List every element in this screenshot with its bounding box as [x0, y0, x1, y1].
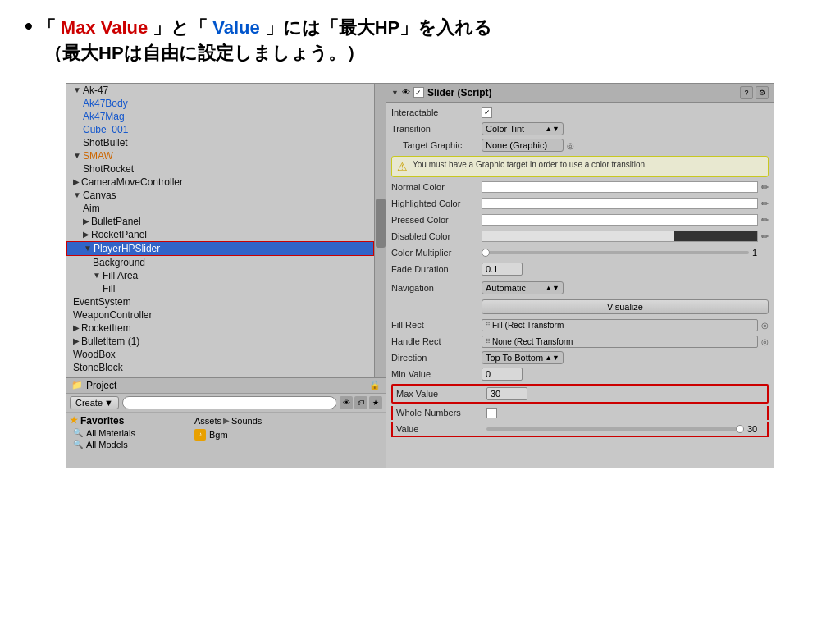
- hierarchy-tree: ▼ Ak-47 Ak47Body Ak47Mag Cube_001 ShotBu…: [66, 84, 374, 377]
- prop-handle-rect: Handle Rect ⠿ None (Rect Transform ◎: [391, 335, 769, 349]
- direction-dropdown[interactable]: Top To Bottom ▲▼: [482, 351, 564, 364]
- tree-item-weaponcontroller[interactable]: WeaponController: [66, 308, 374, 322]
- assets-content: ♪ Bgm: [189, 427, 386, 442]
- visibility-icon[interactable]: 👁: [402, 88, 410, 97]
- rect-dots-icon: ⠿: [486, 322, 491, 329]
- tree-item-fill[interactable]: Fill: [66, 282, 374, 295]
- slider-thumb[interactable]: [482, 249, 490, 257]
- highlighted-color-swatch[interactable]: [482, 198, 758, 209]
- expand-arrow: ▶: [83, 230, 89, 239]
- transition-dropdown[interactable]: Color Tint ▲▼: [482, 122, 564, 135]
- transition-label: Transition: [391, 124, 482, 134]
- fade-duration-label: Fade Duration: [391, 264, 482, 274]
- pencil-icon[interactable]: ✏: [761, 199, 769, 209]
- toolbar-icons: 👁 🏷 ★: [340, 396, 382, 409]
- handle-rect-circle-icon[interactable]: ◎: [761, 337, 769, 346]
- warning-text: You must have a Graphic target in order …: [413, 160, 647, 169]
- tree-item-playerhpslider[interactable]: ▼ PlayerHPSlider: [66, 241, 374, 256]
- fav-item-all-materials[interactable]: 🔍 All Materials: [66, 427, 189, 439]
- slider-track[interactable]: [482, 251, 749, 254]
- tree-item-rocketitem[interactable]: ▶ RocketItem: [66, 322, 374, 335]
- tree-item-eventsystem[interactable]: EventSystem: [66, 295, 374, 308]
- tree-item-ak47mag[interactable]: Ak47Mag: [66, 110, 374, 123]
- whole-numbers-value: [486, 408, 764, 418]
- hierarchy-scrollbar[interactable]: [374, 84, 386, 377]
- prop-fade-duration: Fade Duration 0.1: [391, 262, 769, 276]
- expand-arrow: ▼: [84, 244, 92, 253]
- project-header: 📁 Project 🔒: [66, 378, 386, 394]
- star-filter-icon[interactable]: ★: [369, 396, 382, 409]
- handle-rect-field[interactable]: ⠿ None (Rect Transform: [482, 336, 758, 348]
- tree-item-canvas[interactable]: ▼ Canvas: [66, 189, 374, 202]
- expand-arrow: ▼: [73, 151, 81, 160]
- normal-color-swatch[interactable]: [482, 181, 758, 193]
- item-label: RocketItem: [81, 322, 131, 334]
- prop-direction: Direction Top To Bottom ▲▼: [391, 351, 769, 365]
- help-icon[interactable]: ?: [740, 86, 753, 99]
- sub-instruction: （最大HPは自由に設定しましょう。）: [25, 41, 815, 66]
- max-value-field[interactable]: 30: [486, 387, 527, 400]
- fill-rect-field[interactable]: ⠿ Fill (Rect Transform: [482, 319, 758, 331]
- navigation-dropdown[interactable]: Automatic ▲▼: [482, 281, 564, 294]
- highlighted-color-label: Highlighted Color: [391, 199, 482, 208]
- tree-item-smaw[interactable]: ▼ SMAW: [66, 149, 374, 162]
- tree-item-fillarea[interactable]: ▼ Fill Area: [66, 269, 374, 282]
- fade-duration-field[interactable]: 0.1: [482, 262, 523, 276]
- interactable-label: Interactable: [391, 107, 482, 117]
- tree-item-shotbullet[interactable]: ShotBullet: [66, 136, 374, 149]
- pencil-icon[interactable]: ✏: [761, 182, 769, 193]
- pencil-icon[interactable]: ✏: [761, 231, 769, 242]
- collapse-arrow-icon[interactable]: ▼: [391, 89, 399, 97]
- breadcrumb-arrow-icon: ▶: [223, 416, 230, 425]
- tree-item-aim[interactable]: Aim: [66, 202, 374, 215]
- target-graphic-circle-icon[interactable]: ◎: [567, 141, 574, 150]
- whole-numbers-checkbox[interactable]: [486, 408, 497, 418]
- folder-icon: 📁: [71, 380, 83, 390]
- pencil-icon[interactable]: ✏: [761, 215, 769, 226]
- tree-item-cube001[interactable]: Cube_001: [66, 123, 374, 136]
- color-multiplier-value: 1: [482, 248, 769, 258]
- direction-value: Top To Bottom ▲▼: [482, 351, 769, 364]
- settings-icon[interactable]: ⚙: [756, 86, 769, 99]
- tree-item-stoneblock[interactable]: StoneBlock: [66, 361, 374, 374]
- interactable-checkbox[interactable]: ✓: [482, 107, 492, 118]
- tree-item-bulletpanel[interactable]: ▶ BulletPanel: [66, 215, 374, 228]
- search-circle-icon: 🔍: [73, 428, 83, 437]
- search-input[interactable]: [122, 396, 336, 409]
- tree-item-ak47body[interactable]: Ak47Body: [66, 97, 374, 110]
- fav-item-all-models[interactable]: 🔍 All Models: [66, 439, 189, 450]
- min-value-field[interactable]: 0: [482, 368, 523, 381]
- pressed-color-swatch[interactable]: [482, 214, 758, 226]
- assets-panel: Assets ▶ Sounds ♪ Bgm: [189, 413, 386, 468]
- eye-filter-icon[interactable]: 👁: [340, 396, 353, 409]
- project-panel: 📁 Project 🔒 Create ▼ 👁 🏷 ★: [66, 377, 386, 468]
- tree-item-ak47[interactable]: ▼ Ak-47: [66, 84, 374, 97]
- navigation-dropdown-text: Automatic: [486, 283, 526, 293]
- tree-item-shotrocket[interactable]: ShotRocket: [66, 162, 374, 176]
- main-editor-container: ▼ Ak-47 Ak47Body Ak47Mag Cube_001 ShotBu…: [66, 83, 774, 468]
- disabled-color-swatch[interactable]: [482, 231, 758, 242]
- component-checkbox[interactable]: ✓: [413, 87, 424, 98]
- scroll-thumb[interactable]: [376, 199, 386, 248]
- create-button[interactable]: Create ▼: [70, 396, 119, 409]
- visualize-button[interactable]: Visualize: [482, 299, 769, 314]
- item-label: EventSystem: [73, 296, 131, 308]
- target-graphic-dropdown[interactable]: None (Graphic): [482, 139, 564, 152]
- asset-item-bgm[interactable]: ♪ Bgm: [194, 429, 381, 441]
- tree-item-bulletitem[interactable]: ▶ BulletItem (1): [66, 335, 374, 348]
- item-label: PlayerHPSlider: [94, 243, 160, 254]
- fill-rect-circle-icon[interactable]: ◎: [761, 321, 769, 330]
- item-label: Fill: [103, 283, 115, 294]
- item-label: Fill Area: [103, 270, 138, 281]
- tree-item-rocketpanel[interactable]: ▶ RocketPanel: [66, 228, 374, 241]
- prop-target-graphic: Target Graphic None (Graphic) ◎: [391, 139, 769, 153]
- item-label: BulletItem (1): [81, 336, 139, 347]
- tree-item-cameramove[interactable]: ▶ CameraMoveController: [66, 176, 374, 189]
- min-value-value: 0: [482, 368, 769, 381]
- value-slider-thumb[interactable]: [736, 425, 744, 433]
- tree-item-woodbox[interactable]: WoodBox: [66, 348, 374, 361]
- tree-item-background[interactable]: Background: [66, 256, 374, 269]
- value-slider-track[interactable]: [486, 427, 744, 431]
- tag-icon[interactable]: 🏷: [354, 396, 368, 409]
- inspector-action-icons: ? ⚙: [740, 86, 769, 99]
